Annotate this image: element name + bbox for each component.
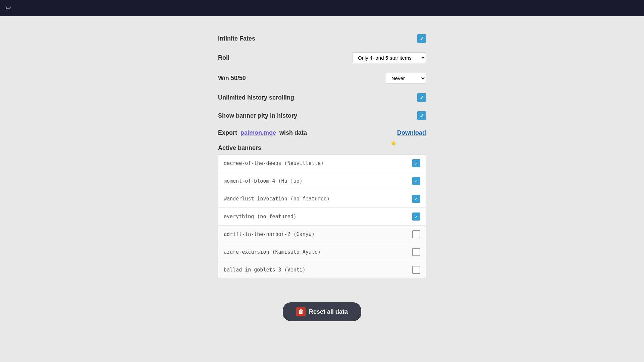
infinite-fates-row: Infinite Fates	[218, 29, 426, 48]
reset-label: Reset all data	[309, 308, 348, 315]
roll-row: Roll Only 4- and 5-star items All items …	[218, 48, 426, 68]
download-link[interactable]: Download	[397, 129, 426, 136]
banner-checkbox-6[interactable]	[412, 266, 420, 274]
export-label: Export paimon.moe wish data	[218, 129, 307, 136]
infinite-fates-checkbox[interactable]	[417, 34, 426, 43]
roll-dropdown[interactable]: Only 4- and 5-star items All items 5-sta…	[352, 52, 426, 63]
banner-checkbox-5[interactable]	[412, 248, 420, 256]
settings-panel: Infinite Fates Roll Only 4- and 5-star i…	[218, 29, 426, 279]
banner-row: wanderlust-invocation (no featured)	[218, 190, 426, 208]
export-row: Export paimon.moe wish data Download	[218, 125, 426, 141]
banner-name: ballad-in-goblets-3 (Venti)	[224, 267, 306, 273]
banner-checkbox-0[interactable]	[412, 159, 420, 167]
banner-checkbox-4[interactable]	[412, 230, 420, 238]
bottom-center: 🗑 Reset all data	[283, 289, 361, 321]
banners-box: decree-of-the-deeps (Neuvillette) moment…	[218, 154, 426, 279]
banner-row: decree-of-the-deeps (Neuvillette)	[218, 155, 426, 172]
banner-row: ballad-in-goblets-3 (Venti)	[218, 261, 426, 279]
banner-name: adrift-in-the-harbor-2 (Ganyu)	[224, 231, 315, 237]
main-content: Infinite Fates Roll Only 4- and 5-star i…	[0, 16, 644, 321]
win-5050-dropdown[interactable]: Never Always Random	[386, 73, 426, 84]
roll-label: Roll	[218, 54, 229, 61]
banner-row: moment-of-bloom-4 (Hu Tao)	[218, 172, 426, 190]
unlimited-history-checkbox[interactable]	[417, 93, 426, 102]
show-banner-pity-checkbox[interactable]	[417, 111, 426, 120]
unlimited-history-row: Unlimited history scrolling	[218, 88, 426, 107]
banner-name: everything (no featured)	[224, 214, 297, 220]
banner-checkbox-1[interactable]	[412, 177, 420, 185]
trash-icon: 🗑	[296, 307, 306, 316]
banner-checkbox-3[interactable]	[412, 213, 420, 221]
show-banner-pity-row: Show banner pity in history	[218, 107, 426, 125]
win-5050-row: Win 50/50 Never Always Random	[218, 68, 426, 88]
win-5050-label: Win 50/50	[218, 75, 246, 82]
banner-row: azure-excursion (Kamisato Ayato)	[218, 243, 426, 261]
paimon-moe-link[interactable]: paimon.moe	[240, 129, 276, 136]
banner-checkbox-2[interactable]	[412, 195, 420, 203]
top-bar: ↩	[0, 0, 644, 16]
reset-all-data-button[interactable]: 🗑 Reset all data	[283, 302, 361, 321]
back-icon[interactable]: ↩	[5, 4, 11, 12]
banner-row: adrift-in-the-harbor-2 (Ganyu)	[218, 226, 426, 243]
banner-name: wanderlust-invocation (no featured)	[224, 196, 330, 202]
banner-name: azure-excursion (Kamisato Ayato)	[224, 249, 321, 255]
show-banner-pity-label: Show banner pity in history	[218, 112, 297, 119]
banner-name: moment-of-bloom-4 (Hu Tao)	[224, 178, 303, 184]
infinite-fates-label: Infinite Fates	[218, 35, 255, 42]
banner-name: decree-of-the-deeps (Neuvillette)	[224, 160, 324, 166]
star-decoration: ★	[390, 139, 397, 148]
banner-row: everything (no featured)	[218, 208, 426, 226]
unlimited-history-label: Unlimited history scrolling	[218, 94, 294, 101]
